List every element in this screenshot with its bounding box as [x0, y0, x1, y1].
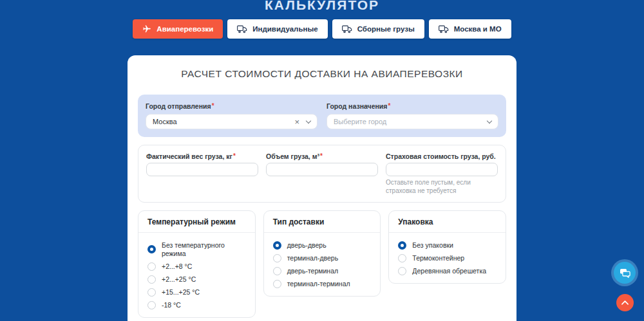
option-label: Деревянная обрешетка — [412, 267, 486, 275]
page-title: КАЛЬКУЛЯТОР — [0, 0, 644, 12]
packaging-options: Без упаковки Термоконтейнер Деревянная о… — [389, 233, 506, 283]
calculator-tabs: Авиаперевозки Индивидуальные Сборные гру… — [0, 19, 644, 39]
radio-icon[interactable] — [273, 254, 281, 262]
radio-option[interactable]: Деревянная обрешетка — [398, 264, 497, 277]
option-label: дверь-дверь — [287, 241, 327, 250]
volume-field: Объем груза, м³* — [266, 152, 378, 195]
volume-input[interactable] — [266, 163, 378, 176]
radio-option[interactable]: терминал-дверь — [273, 252, 372, 264]
tab-moskva-i-mo[interactable]: Москва и МО — [429, 19, 511, 39]
clear-icon[interactable]: × — [294, 118, 299, 126]
option-groups: Температурный режим Без температурного р… — [138, 210, 506, 318]
radio-selected-icon[interactable] — [147, 245, 156, 253]
option-label: терминал-дверь — [287, 254, 338, 262]
chevron-down-icon — [487, 118, 492, 123]
origin-city-select[interactable]: Москва × — [146, 114, 317, 129]
radio-option[interactable]: Без упаковки — [398, 239, 497, 252]
scroll-to-top-button[interactable] — [616, 294, 634, 311]
option-label: дверь-терминал — [287, 267, 338, 275]
option-label: +2...+8 °C — [162, 262, 192, 271]
weight-field: Фактический вес груза, кг* — [146, 152, 258, 195]
radio-icon[interactable] — [147, 288, 156, 297]
option-label: +2...+25 °C — [162, 275, 196, 284]
insurance-hint: Оставьте поле пустым, если страховка не … — [386, 179, 498, 195]
radio-option[interactable]: +2...+25 °C — [147, 273, 246, 286]
radio-icon[interactable] — [273, 267, 281, 275]
radio-icon[interactable] — [147, 275, 156, 284]
radio-option[interactable]: Без температурного режима — [147, 239, 246, 260]
radio-option[interactable]: дверь-дверь — [273, 239, 372, 252]
packaging-group: Упаковка Без упаковки Термоконтейнер Дер… — [388, 210, 506, 284]
radio-option[interactable]: +2...+8 °C — [147, 260, 246, 273]
truck-icon — [237, 25, 247, 33]
required-marker: * — [388, 102, 390, 109]
chat-icon — [620, 268, 630, 278]
chevron-up-icon — [621, 300, 629, 305]
tab-individualnye[interactable]: Индивидуальные — [227, 19, 327, 39]
chevron-down-icon — [306, 118, 311, 123]
insurance-label-text: Страховая стоимость груза, руб. — [386, 152, 496, 160]
chat-widget-button[interactable] — [614, 262, 636, 284]
truck-icon — [439, 25, 449, 33]
destination-city-field: Город назначения* Выберите город — [327, 102, 498, 129]
radio-icon[interactable] — [147, 301, 156, 309]
option-label: Термоконтейнер — [412, 254, 464, 262]
destination-city-label: Город назначения* — [327, 102, 498, 110]
option-label: Без упаковки — [412, 241, 453, 250]
calculator-heading: РАСЧЕТ СТОИМОСТИ ДОСТАВКИ НА АВИАПЕРЕВОЗ… — [138, 68, 506, 79]
required-marker: * — [320, 152, 323, 160]
packaging-group-title: Упаковка — [389, 211, 506, 233]
radio-selected-icon[interactable] — [398, 241, 406, 250]
radio-option[interactable]: терминал-терминал — [273, 277, 372, 290]
radio-icon[interactable] — [273, 280, 281, 288]
delivery-type-group-title: Тип доставки — [264, 211, 381, 233]
weight-label: Фактический вес груза, кг* — [146, 152, 258, 160]
weight-label-text: Фактический вес груза, кг — [146, 152, 232, 160]
radio-selected-icon[interactable] — [273, 241, 281, 250]
tab-label: Сборные грузы — [357, 25, 415, 33]
radio-icon[interactable] — [147, 262, 156, 271]
option-label: +15...+25 °C — [162, 288, 200, 297]
option-label: -18 °C — [162, 301, 181, 309]
radio-icon[interactable] — [398, 254, 406, 262]
destination-city-select[interactable]: Выберите город — [327, 114, 498, 129]
weight-input[interactable] — [146, 163, 258, 176]
route-panel: Город отправления* Москва × Город назнач… — [138, 95, 506, 137]
delivery-type-options: дверь-дверь терминал-дверь дверь-термина… — [264, 233, 381, 296]
radio-option[interactable]: -18 °C — [147, 298, 246, 311]
required-marker: * — [212, 102, 214, 109]
radio-option[interactable]: дверь-терминал — [273, 264, 372, 277]
insurance-field: Страховая стоимость груза, руб. Оставьте… — [386, 152, 498, 195]
radio-option[interactable]: +15...+25 °C — [147, 286, 246, 298]
temperature-options: Без температурного режима +2...+8 °C +2.… — [138, 233, 255, 317]
calculator-card: РАСЧЕТ СТОИМОСТИ ДОСТАВКИ НА АВИАПЕРЕВОЗ… — [128, 55, 516, 321]
destination-city-label-text: Город назначения — [327, 102, 387, 110]
origin-city-value: Москва — [153, 118, 177, 125]
destination-city-placeholder: Выберите город — [334, 118, 386, 125]
tab-label: Авиаперевозки — [156, 25, 213, 33]
truck-icon — [342, 25, 352, 33]
radio-option[interactable]: Термоконтейнер — [398, 252, 497, 264]
option-label: терминал-терминал — [287, 280, 350, 288]
tab-label: Москва и МО — [454, 25, 502, 33]
cargo-panel: Фактический вес груза, кг* Объем груза, … — [138, 145, 506, 203]
tab-label: Индивидуальные — [252, 25, 317, 33]
origin-city-field: Город отправления* Москва × — [146, 102, 317, 129]
volume-label: Объем груза, м³* — [266, 152, 378, 160]
airplane-icon — [142, 24, 151, 33]
insurance-input[interactable] — [386, 163, 498, 176]
temperature-group: Температурный режим Без температурного р… — [138, 210, 256, 318]
insurance-label: Страховая стоимость груза, руб. — [386, 152, 498, 160]
radio-icon[interactable] — [398, 267, 406, 275]
delivery-type-group: Тип доставки дверь-дверь терминал-дверь … — [263, 210, 381, 297]
required-marker: * — [233, 152, 236, 160]
option-label: Без температурного режима — [162, 241, 246, 258]
tab-aviaperevozki[interactable]: Авиаперевозки — [133, 19, 223, 39]
temperature-group-title: Температурный режим — [138, 211, 255, 233]
tab-sbornye-gruzy[interactable]: Сборные грузы — [332, 19, 424, 39]
origin-city-label: Город отправления* — [146, 102, 317, 110]
volume-label-text: Объем груза, м³ — [266, 152, 319, 160]
origin-city-label-text: Город отправления — [146, 102, 211, 110]
